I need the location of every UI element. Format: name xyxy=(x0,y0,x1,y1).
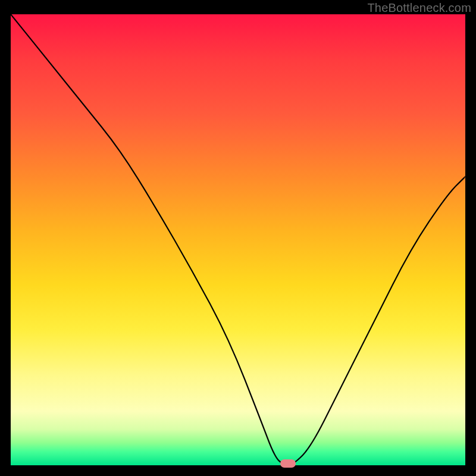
optimal-point-marker xyxy=(280,459,296,468)
plot-area xyxy=(11,14,465,465)
curve-path xyxy=(11,14,465,465)
chart-frame: TheBottleneck.com xyxy=(0,0,476,476)
bottleneck-curve xyxy=(11,14,465,465)
watermark-text: TheBottleneck.com xyxy=(367,1,471,15)
